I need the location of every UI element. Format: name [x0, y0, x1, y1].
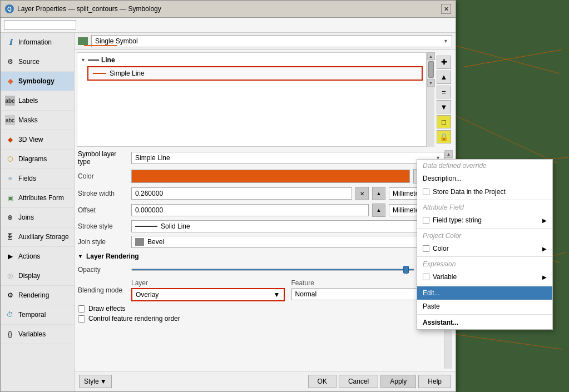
- sidebar-label-auxiliary-storage: Auxiliary Storage: [18, 233, 69, 241]
- stroke-style-dropdown[interactable]: Solid Line ▼: [131, 220, 444, 232]
- join-style-value: Bevel: [147, 238, 164, 246]
- opacity-slider[interactable]: [131, 265, 414, 274]
- store-data-checkbox: [423, 188, 429, 195]
- stroke-width-input[interactable]: [131, 187, 352, 200]
- sidebar-item-temporal[interactable]: ⏱ Temporal: [1, 305, 74, 325]
- fields-icon: ≡: [5, 173, 15, 183]
- stroke-style-label: Stroke style: [78, 222, 128, 230]
- collapse-icon: ▼: [81, 57, 86, 63]
- ctx-item-paste[interactable]: Paste: [417, 300, 552, 313]
- join-style-dropdown[interactable]: Bevel ▼: [131, 236, 444, 248]
- ctx-item-field-type-string[interactable]: Field type: string ▶: [417, 214, 552, 227]
- symbol-layer-type-row: Symbol layer type Simple Line ▼: [78, 150, 444, 166]
- sidebar-item-fields[interactable]: ≡ Fields: [1, 169, 74, 188]
- move-up-button[interactable]: ▲: [437, 71, 451, 84]
- ctx-item-edit[interactable]: Edit...: [417, 286, 552, 300]
- symbol-layer-type-dropdown[interactable]: Simple Line ▼: [131, 152, 444, 164]
- sidebar-item-3dview[interactable]: ◆ 3D View: [1, 130, 74, 150]
- ctx-item-variable[interactable]: Variable ▶: [417, 270, 552, 284]
- unlock-button[interactable]: 🔒: [437, 130, 451, 143]
- search-input[interactable]: [4, 20, 76, 30]
- close-button[interactable]: ✕: [441, 4, 451, 14]
- sidebar-label-information: Information: [18, 38, 52, 46]
- symbol-action-buttons: ✚ ▲ = ▼ □ 🔒: [434, 52, 453, 147]
- color-swatch[interactable]: [131, 170, 410, 183]
- join-icon: [135, 238, 144, 246]
- information-icon: ℹ: [5, 37, 15, 47]
- scroll-down-arrow[interactable]: ▼: [427, 79, 435, 87]
- sidebar-label-diagrams: Diagrams: [18, 155, 47, 163]
- sidebar-item-actions[interactable]: ▶ Actions: [1, 247, 74, 266]
- offset-up-btn[interactable]: ▲: [372, 204, 385, 217]
- sidebar-label-joins: Joins: [18, 214, 34, 221]
- variable-checkbox: [423, 274, 429, 280]
- help-button[interactable]: Help: [418, 375, 451, 388]
- color-arrow: ▶: [542, 246, 547, 252]
- sidebar-label-temporal: Temporal: [18, 311, 46, 319]
- sidebar-label-variables: Variables: [18, 330, 46, 338]
- simple-line-preview: [93, 73, 106, 74]
- control-feature-checkbox[interactable]: [78, 315, 85, 322]
- ctx-item-store-data[interactable]: Store Data in the Project: [417, 185, 552, 199]
- symbol-item-simple-line[interactable]: Simple Line: [87, 66, 423, 81]
- stroke-width-label: Stroke width: [78, 190, 128, 197]
- stroke-width-up-btn[interactable]: ▲: [372, 187, 385, 200]
- sidebar-item-auxiliary-storage[interactable]: 🗄 Auxiliary Storage: [1, 227, 74, 247]
- offset-input[interactable]: [131, 204, 369, 216]
- blending-mode-row: Blending mode Layer Overlay ▼: [78, 279, 444, 301]
- sidebar-item-labels[interactable]: abc Labels: [1, 91, 74, 111]
- draw-effects-checkbox[interactable]: [78, 305, 85, 312]
- move-down-button[interactable]: ▼: [437, 100, 451, 113]
- masks-icon: abc: [5, 115, 15, 125]
- layer-blending-value: Overlay: [136, 291, 159, 299]
- ctx-item-assistant[interactable]: Assistant...: [417, 316, 552, 329]
- layer-blending-dropdown[interactable]: Overlay ▼: [131, 288, 285, 301]
- draw-effects-row: Draw effects: [78, 305, 444, 312]
- field-type-checkbox: [423, 217, 429, 224]
- lock-button[interactable]: □: [437, 115, 451, 128]
- symbol-type-dropdown[interactable]: Single Symbol ▼: [91, 35, 452, 47]
- scroll-thumb[interactable]: [428, 61, 434, 78]
- cancel-button[interactable]: Cancel: [339, 375, 378, 388]
- ctx-color-label: Color: [433, 245, 449, 252]
- sidebar: ℹ Information ⚙ Source ◈ Symbology abc L…: [1, 33, 75, 391]
- layer-rendering-header[interactable]: ▼ Layer Rendering: [78, 252, 444, 260]
- slider-thumb[interactable]: [403, 266, 409, 274]
- stroke-width-clear-btn[interactable]: ✕: [355, 187, 369, 200]
- sidebar-label-actions: Actions: [18, 252, 40, 260]
- control-feature-label: Control feature rendering order: [88, 315, 180, 322]
- duplicate-button[interactable]: =: [437, 86, 451, 99]
- symbol-tree-scrollbar[interactable]: ▲ ▼: [427, 52, 434, 147]
- sidebar-item-masks[interactable]: abc Masks: [1, 111, 74, 130]
- ok-button[interactable]: OK: [308, 375, 337, 388]
- sidebar-item-variables[interactable]: {} Variables: [1, 325, 74, 344]
- ctx-item-color[interactable]: Color ▶: [417, 242, 552, 255]
- attributes-form-icon: ▣: [5, 193, 15, 203]
- slider-track: [131, 269, 414, 271]
- sidebar-item-diagrams[interactable]: ⬡ Diagrams: [1, 150, 74, 169]
- scroll-up-arrow[interactable]: ▲: [427, 52, 435, 60]
- temporal-icon: ⏱: [5, 310, 15, 320]
- title-bar: Q Layer Properties — split_contours — Sy…: [1, 1, 456, 18]
- search-bar: [1, 18, 456, 33]
- variable-arrow: ▶: [542, 274, 547, 280]
- sidebar-item-display[interactable]: ◎ Display: [1, 266, 74, 286]
- apply-button[interactable]: Apply: [380, 375, 416, 388]
- style-button[interactable]: Style ▼: [79, 375, 112, 388]
- source-icon: ⚙: [5, 57, 15, 67]
- sidebar-item-information[interactable]: ℹ Information: [1, 33, 74, 52]
- context-menu: Data defined override Description... Sto…: [417, 159, 553, 330]
- dialog-action-buttons: OK Cancel Apply Help: [308, 375, 451, 388]
- sidebar-item-attributes-form[interactable]: ▣ Attributes Form: [1, 188, 74, 208]
- sidebar-item-source[interactable]: ⚙ Source: [1, 52, 74, 72]
- props-scroll-up[interactable]: ▲: [445, 150, 453, 158]
- sidebar-item-rendering[interactable]: ⚙ Rendering: [1, 286, 74, 305]
- ctx-field-type-label: Field type: string: [433, 216, 482, 224]
- sidebar-label-masks: Masks: [18, 116, 38, 124]
- ctx-item-expression-header: Expression: [417, 258, 552, 270]
- add-symbol-button[interactable]: ✚: [437, 56, 451, 69]
- sidebar-item-joins[interactable]: ⊕ Joins: [1, 208, 74, 227]
- ctx-item-description[interactable]: Description...: [417, 172, 552, 185]
- sidebar-item-symbology[interactable]: ◈ Symbology: [1, 72, 74, 91]
- ctx-data-defined-label: Data defined override: [423, 162, 487, 170]
